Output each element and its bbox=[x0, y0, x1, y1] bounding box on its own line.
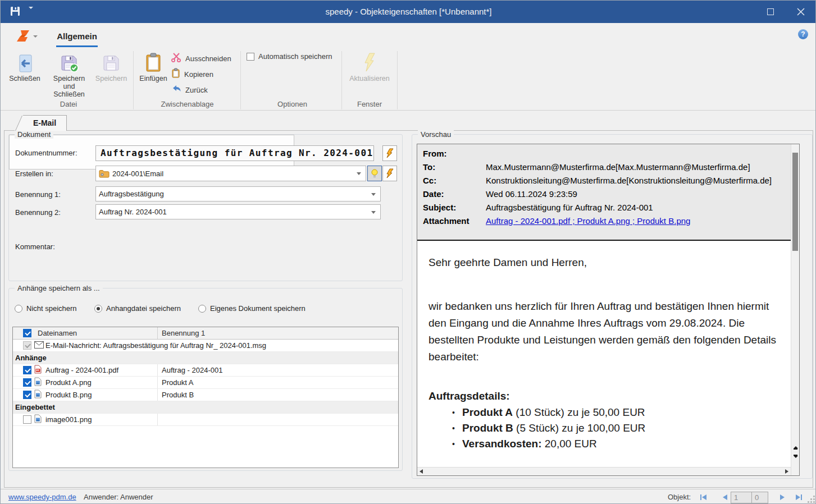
cc-value: Konstruktionsleitung@Musterfirma.de[Kons… bbox=[486, 176, 787, 188]
save-disabled-icon bbox=[102, 50, 121, 72]
groupbox-vorschau: Vorschau From: To: Max.Mustermann@Muster… bbox=[412, 134, 813, 479]
first-object-button[interactable] bbox=[700, 494, 706, 500]
copy-button[interactable]: Kopieren bbox=[171, 68, 213, 80]
table-row[interactable]: Produkt B.png Produkt B bbox=[13, 389, 398, 401]
cut-button[interactable]: Ausschneiden bbox=[171, 52, 231, 65]
close-window-icon bbox=[16, 50, 33, 72]
table-group-row: Eingebettet bbox=[13, 401, 398, 414]
undo-button[interactable]: Zurück bbox=[171, 84, 208, 96]
title-bar: speedy - Objekteigenschaften [*Unbenannt… bbox=[1, 1, 816, 23]
details-heading: Auftragsdetails: bbox=[428, 388, 776, 405]
table-row[interactable]: Auftrag - 2024-001.pdf Auftrag - 2024-00… bbox=[13, 364, 398, 377]
benennung-value: Auftrag - 2024-001 bbox=[157, 364, 398, 376]
group-label-zwischenablage: Zwischenablage bbox=[138, 100, 236, 108]
kommentar-label: Kommentar: bbox=[15, 242, 55, 251]
next-object-button[interactable] bbox=[780, 494, 785, 500]
radio-anhangdatei-speichern[interactable]: Anhangdatei speichern bbox=[94, 304, 181, 313]
row-checkbox[interactable] bbox=[23, 378, 31, 387]
tab-email[interactable]: E-Mail bbox=[23, 115, 67, 131]
client-area: E-Mail Dokument Dokumentnummer: Auftrags… bbox=[1, 111, 816, 489]
benennung2-value: Auftrag Nr. 2024-001 bbox=[99, 208, 167, 216]
row-checkbox-disabled bbox=[23, 341, 31, 350]
file-name: E-Mail-Nachricht: Auftragsbestätigung fü… bbox=[45, 341, 266, 350]
objekt-label: Objekt: bbox=[668, 493, 691, 501]
horizontal-scrollbar[interactable] bbox=[417, 467, 791, 475]
column-header-dateinamen[interactable]: Dateinamen bbox=[38, 329, 77, 337]
undo-arrow-icon bbox=[171, 84, 181, 95]
erstellen-in-combobox[interactable]: 2024-001\Email bbox=[95, 166, 366, 181]
dropdown-arrow-icon[interactable] bbox=[371, 193, 376, 196]
benennung2-combobox[interactable]: Auftrag Nr. 2024-001 bbox=[95, 204, 381, 219]
save-button: Speichern bbox=[94, 50, 129, 83]
erstellen-in-value: 2024-001\Email bbox=[112, 169, 163, 178]
dokumentnummer-field[interactable]: Auftragsbestätigung für Auftrag Nr. 2024… bbox=[95, 145, 374, 161]
last-object-button[interactable] bbox=[796, 494, 802, 500]
table-row[interactable]: image001.png bbox=[13, 414, 398, 426]
app-window: { "titlebar": { "title": "speedy - Objek… bbox=[0, 0, 816, 504]
object-index-field[interactable]: 1 bbox=[731, 492, 752, 503]
group-label-optionen: Optionen bbox=[246, 100, 339, 108]
website-link[interactable]: www.speedy-pdm.de bbox=[8, 493, 76, 501]
autosave-checkbox[interactable]: Automatisch speichern bbox=[247, 52, 332, 61]
image-file-icon bbox=[34, 390, 42, 401]
radio-icon bbox=[198, 305, 206, 313]
dropdown-arrow-icon[interactable] bbox=[357, 172, 361, 175]
row-checkbox[interactable] bbox=[23, 366, 31, 374]
vertical-scrollbar[interactable] bbox=[791, 144, 799, 475]
ribbon-separator bbox=[341, 51, 342, 109]
suggest-folder-button[interactable] bbox=[367, 166, 382, 181]
group-label-fenster: Fenster bbox=[347, 100, 392, 108]
file-name: Produkt A.png bbox=[45, 378, 92, 387]
table-header-row: Dateinamen Benennung 1 bbox=[13, 327, 398, 340]
scroll-up-button[interactable] bbox=[792, 444, 799, 451]
radio-nicht-speichern[interactable]: Nicht speichern bbox=[15, 304, 77, 313]
save-and-close-button[interactable]: Speichern und Schließen bbox=[50, 50, 88, 98]
close-window-button[interactable]: Schließen bbox=[8, 50, 41, 83]
ribbon-tab-allgemein[interactable]: Allgemein bbox=[54, 29, 99, 47]
row-checkbox[interactable] bbox=[23, 415, 31, 424]
attachment-link[interactable]: Auftrag - 2024-001.pdf ; Produkt A.png ;… bbox=[486, 216, 787, 228]
groupbox-anhaenge: Anhänge speichern als ... Nicht speicher… bbox=[8, 288, 403, 471]
image-file-icon bbox=[34, 377, 42, 388]
user-status: Anwender: Anwender bbox=[84, 493, 153, 501]
dokumentnummer-label: Dokumentnummer: bbox=[15, 149, 78, 157]
table-row[interactable]: E-Mail-Nachricht: Auftragsbestätigung fü… bbox=[13, 340, 398, 352]
radio-eigenes-dokument[interactable]: Eigenes Dokument speichern bbox=[198, 304, 306, 313]
benennung1-value: Auftragsbestätigung bbox=[99, 190, 164, 198]
attachment-label: Attachment bbox=[423, 216, 486, 228]
groupbox-dokument-title: Dokument bbox=[15, 130, 53, 139]
erstellen-in-label: Erstellen in: bbox=[15, 169, 53, 178]
cc-label: Cc: bbox=[423, 176, 486, 188]
speedy-logo-icon[interactable] bbox=[15, 30, 31, 44]
object-count-field[interactable]: 0 bbox=[751, 492, 768, 503]
select-all-checkbox[interactable] bbox=[23, 329, 31, 337]
lightning-disabled-icon bbox=[362, 50, 377, 72]
table-row[interactable]: Produkt A.png Produkt A bbox=[13, 377, 398, 389]
column-header-benennung1[interactable]: Benennung 1 bbox=[157, 327, 398, 339]
row-checkbox[interactable] bbox=[23, 391, 31, 399]
help-button[interactable]: ? bbox=[798, 29, 808, 39]
maximize-button[interactable] bbox=[758, 1, 783, 23]
greeting: Sehr geehrte Damen und Herren, bbox=[428, 254, 776, 271]
resize-grip[interactable] bbox=[808, 496, 815, 503]
erstellen-in-generate-button[interactable] bbox=[382, 166, 397, 181]
group-label-datei: Datei bbox=[8, 100, 129, 108]
benennung2-label: Benennung 2: bbox=[15, 208, 61, 217]
email-body: Sehr geehrte Damen und Herren, wir bedan… bbox=[417, 242, 791, 467]
paste-button[interactable]: Einfügen bbox=[138, 50, 168, 83]
previous-object-button[interactable] bbox=[723, 494, 727, 500]
file-name: Auftrag - 2024-001.pdf bbox=[45, 366, 118, 374]
from-value bbox=[486, 149, 787, 161]
scrollbar-thumb[interactable] bbox=[792, 153, 798, 251]
benennung1-combobox[interactable]: Auftragsbestätigung bbox=[95, 186, 381, 201]
app-menu-caret-icon[interactable] bbox=[33, 35, 38, 38]
close-icon bbox=[797, 8, 805, 16]
refresh-button: Aktualisieren bbox=[347, 50, 392, 83]
dropdown-arrow-icon[interactable] bbox=[371, 211, 376, 214]
benennung-value: Produkt B bbox=[157, 389, 398, 401]
close-button[interactable] bbox=[788, 1, 814, 23]
scroll-left-icon[interactable] bbox=[420, 469, 423, 474]
scroll-right-icon[interactable] bbox=[785, 469, 788, 474]
dokumentnummer-generate-button[interactable] bbox=[382, 145, 397, 161]
scroll-down-button[interactable] bbox=[792, 452, 799, 460]
